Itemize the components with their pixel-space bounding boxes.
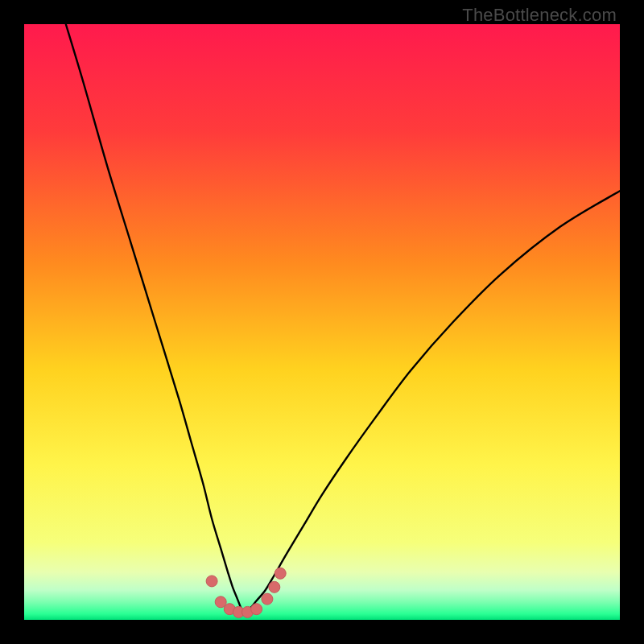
plot-area <box>24 24 620 620</box>
marker-dot <box>262 593 273 605</box>
outer-frame: TheBottleneck.com <box>0 0 644 644</box>
curve-right-branch <box>245 191 620 613</box>
marker-dot <box>251 604 262 615</box>
curve-left-branch <box>66 24 245 614</box>
marker-dot <box>269 581 280 592</box>
watermark-text: TheBottleneck.com <box>462 5 617 26</box>
marker-dot <box>275 568 286 579</box>
chart-svg <box>24 24 620 620</box>
marker-dot <box>206 576 217 587</box>
